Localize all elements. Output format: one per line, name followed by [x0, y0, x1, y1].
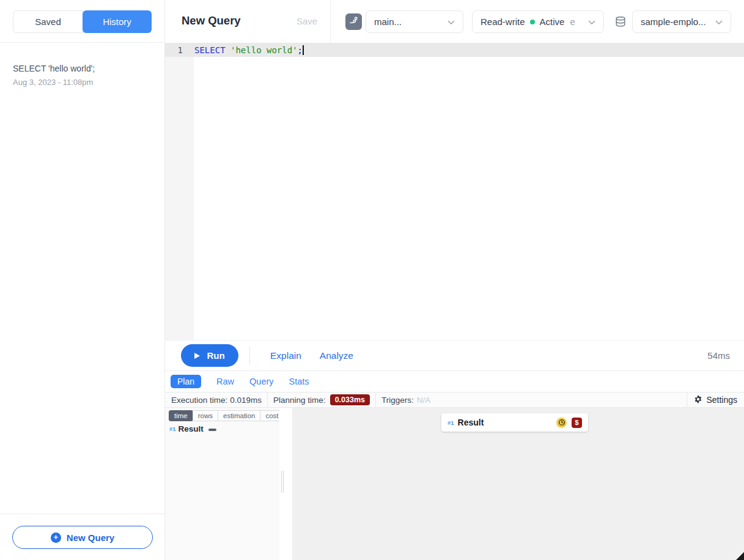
- execution-stats-bar: Execution time: 0.019ms Planning time: 0…: [165, 392, 744, 408]
- metric-tab-estimation[interactable]: estimation: [218, 410, 260, 421]
- chevron-down-icon: [588, 17, 595, 27]
- slow-timing-clock-icon: [556, 418, 567, 428]
- plan-view: time rows estimation cost #1 Result: [165, 408, 744, 560]
- database-dropdown-value: sample-emplo...: [641, 17, 706, 27]
- header-divider: [330, 0, 331, 43]
- new-query-button[interactable]: + New Query: [12, 526, 153, 549]
- play-icon: [194, 353, 200, 359]
- metric-tab-time[interactable]: time: [169, 410, 193, 421]
- triggers-label: Triggers:: [381, 396, 414, 405]
- query-duration: 54ms: [707, 350, 730, 361]
- split-grip-line: [283, 471, 284, 493]
- database-icon: [614, 16, 627, 31]
- triggers-stat: Triggers: N/A: [381, 396, 430, 405]
- mouse-cursor-fragment: [736, 552, 744, 560]
- compute-mode-label: Read-write: [481, 17, 525, 27]
- node-name-label: Result: [458, 418, 484, 427]
- plan-tree-panel: time rows estimation cost #1 Result: [165, 408, 279, 560]
- plan-split-handle[interactable]: [279, 408, 292, 560]
- main-panel: New Query Save main...: [165, 0, 744, 560]
- main-header: New Query Save main...: [165, 0, 744, 43]
- active-status-dot-icon: [530, 20, 535, 24]
- settings-group: Settings: [687, 392, 744, 408]
- settings-label: Settings: [706, 395, 737, 405]
- tab-stats[interactable]: Stats: [289, 377, 309, 386]
- settings-button[interactable]: Settings: [687, 395, 744, 405]
- tab-history[interactable]: History: [83, 10, 152, 33]
- tab-raw[interactable]: Raw: [216, 377, 234, 386]
- node-name-label: Result: [179, 424, 204, 433]
- tab-plan[interactable]: Plan: [171, 375, 201, 388]
- history-list-item[interactable]: SELECT 'hello world'; Aug 3, 2023 - 11:0…: [0, 59, 164, 92]
- planning-time-label: Planning time:: [273, 396, 326, 405]
- tab-query[interactable]: Query: [249, 377, 274, 386]
- explain-button[interactable]: Explain: [270, 350, 301, 361]
- analyze-button[interactable]: Analyze: [320, 350, 353, 361]
- query-sidebar: Saved History SELECT 'hello world'; Aug …: [0, 0, 165, 560]
- sql-editor[interactable]: 1 SELECT 'hello world';: [165, 43, 744, 340]
- text-caret: [303, 45, 304, 55]
- sidebar-footer: + New Query: [0, 514, 164, 560]
- plan-metric-tabs: time rows estimation cost: [169, 410, 280, 421]
- results-tab-bar: Plan Raw Query Stats: [165, 371, 744, 392]
- sql-keyword: SELECT: [194, 45, 230, 55]
- gear-icon: [694, 395, 702, 405]
- compute-extra-label: e: [570, 17, 575, 27]
- history-item-timestamp: Aug 3, 2023 - 11:08pm: [13, 78, 152, 87]
- planning-time-badge: 0.033ms: [330, 394, 370, 405]
- split-grip-line: [281, 471, 282, 493]
- chevron-down-icon: [448, 17, 455, 27]
- execution-time-label: Execution time:: [171, 396, 227, 405]
- triggers-value: N/A: [417, 396, 431, 405]
- tab-saved[interactable]: Saved: [13, 10, 83, 33]
- saved-history-tabs: Saved History: [13, 10, 152, 33]
- toolbar-divider: [249, 347, 250, 365]
- page-title: New Query: [182, 14, 241, 28]
- new-query-button-label: New Query: [67, 532, 114, 543]
- node-index-label: #1: [448, 419, 454, 426]
- stats-divider: [375, 392, 376, 408]
- chevron-down-icon: [715, 17, 723, 27]
- history-item-query: SELECT 'hello world';: [13, 64, 152, 73]
- compute-status-label: Active: [540, 17, 565, 27]
- plan-node-card[interactable]: #1 Result $: [441, 413, 588, 432]
- run-toolbar: Run Explain Analyze 54ms: [165, 340, 744, 371]
- stats-divider: [267, 392, 268, 408]
- plan-tree-node[interactable]: #1 Result: [169, 424, 216, 433]
- branch-dropdown[interactable]: main...: [366, 10, 463, 33]
- branch-dropdown-value: main...: [374, 17, 402, 27]
- metric-tab-rows[interactable]: rows: [193, 410, 218, 421]
- metric-tab-cost[interactable]: cost: [260, 410, 280, 421]
- line-number: 1: [165, 45, 183, 55]
- sql-punctuation: ;: [298, 45, 303, 55]
- plan-canvas[interactable]: #1 Result $: [292, 408, 744, 560]
- run-button[interactable]: Run: [181, 344, 238, 367]
- sql-string: 'hello world': [230, 45, 298, 55]
- database-dropdown[interactable]: sample-emplo...: [632, 10, 731, 33]
- execution-time-stat: Execution time: 0.019ms: [171, 396, 262, 405]
- node-duration-bar: [208, 429, 216, 431]
- editor-line-1[interactable]: 1 SELECT 'hello world';: [165, 43, 744, 57]
- save-button[interactable]: Save: [296, 16, 317, 26]
- run-button-label: Run: [207, 350, 224, 361]
- high-cost-dollar-icon: $: [572, 418, 582, 428]
- plus-icon: +: [51, 532, 61, 543]
- branch-icon: [349, 16, 358, 28]
- sidebar-header: Saved History: [0, 0, 164, 43]
- node-index-label: #1: [169, 426, 176, 432]
- compute-dropdown[interactable]: Read-write Active e: [472, 10, 604, 33]
- code-text: SELECT 'hello world';: [194, 45, 304, 55]
- editor-gutter: [165, 43, 194, 340]
- schema-branch-button[interactable]: [345, 13, 362, 30]
- planning-time-stat: Planning time: 0.033ms: [273, 394, 370, 405]
- execution-time-value: 0.019ms: [230, 396, 262, 405]
- app-root: Saved History SELECT 'hello world'; Aug …: [0, 0, 744, 560]
